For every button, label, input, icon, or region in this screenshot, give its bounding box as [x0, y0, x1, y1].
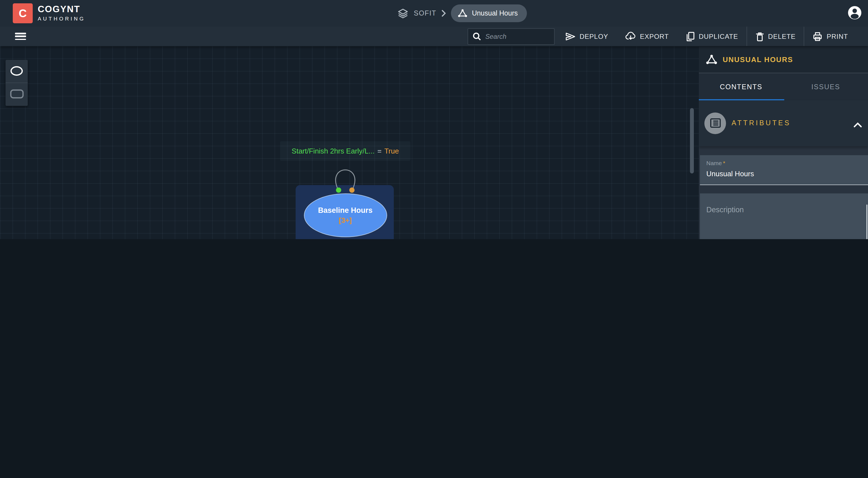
export-label: EXPORT [640, 32, 669, 40]
cogynt-logo-icon[interactable]: C [13, 3, 33, 23]
ellipse-tool[interactable] [5, 60, 28, 82]
tab-contents[interactable]: CONTENTS [699, 74, 783, 100]
name-field[interactable]: Name* Unusual Hours [700, 155, 868, 185]
chevron-up-icon[interactable] [854, 120, 862, 130]
copy-icon [685, 31, 695, 41]
logo-letter: C [19, 7, 27, 20]
sidebar-scrollbar[interactable] [866, 205, 867, 239]
breadcrumb-current: Unusual Hours [472, 9, 518, 17]
printer-icon [813, 31, 823, 41]
attributes-icon [704, 112, 726, 134]
search-box [468, 28, 555, 45]
details-sidebar: UNUSUAL HOURS CONTENTS ISSUES ATTRIBUTES… [699, 46, 868, 239]
toolbar-actions: DEPLOY EXPORT DUPLICATE [557, 27, 856, 46]
brand-name: COGYNT [38, 4, 85, 14]
cloud-download-icon [625, 32, 636, 41]
event-node-title: Baseline Hours [318, 206, 373, 214]
print-button[interactable]: PRINT [804, 27, 856, 46]
attributes-section-label: ATTRIBUTES [732, 120, 791, 127]
duplicate-label: DUPLICATE [699, 32, 738, 40]
user-avatar[interactable] [847, 5, 862, 22]
app-window: C COGYNT AUTHORING SOFIT [0, 0, 868, 239]
event-node-badge: [3+] [339, 216, 352, 224]
top-bar: C COGYNT AUTHORING SOFIT [0, 0, 868, 27]
chevron-right-icon [441, 10, 446, 16]
description-placeholder: Description [706, 194, 868, 214]
breadcrumb-parent[interactable]: SOFIT [414, 9, 436, 17]
delete-label: DELETE [768, 32, 796, 40]
model-canvas[interactable]: Start/Finish 2hrs Early/L... = True Base… [0, 46, 699, 239]
breadcrumb-current-pill[interactable]: Unusual Hours [451, 4, 527, 22]
sidebar-tabs: CONTENTS ISSUES [699, 74, 868, 100]
trash-icon [755, 31, 764, 41]
edge-condition-label[interactable]: Start/Finish 2hrs Early/L... = True [280, 141, 410, 161]
edge-value: True [384, 146, 399, 155]
tab-issues[interactable]: ISSUES [783, 74, 868, 100]
rectangle-tool[interactable] [5, 82, 28, 105]
entity-header: UNUSUAL HOURS [699, 46, 868, 73]
brand-subtitle: AUTHORING [38, 15, 85, 22]
shape-palette [5, 60, 28, 106]
edge-condition-text: Start/Finish 2hrs Early/L... [292, 146, 375, 155]
layers-icon [397, 7, 409, 19]
export-button[interactable]: EXPORT [617, 27, 677, 46]
deploy-button[interactable]: DEPLOY [557, 27, 617, 46]
canvas-toolbar: DEPLOY EXPORT DUPLICATE [0, 27, 868, 46]
breadcrumb: SOFIT Unusual Hours [397, 0, 527, 27]
send-icon [565, 31, 576, 41]
delete-button[interactable]: DELETE [747, 27, 804, 46]
required-asterisk: * [723, 159, 725, 166]
pattern-node-icon [458, 9, 468, 18]
print-label: PRINT [827, 32, 848, 40]
duplicate-button[interactable]: DUPLICATE [677, 27, 747, 46]
edge-operator: = [377, 146, 381, 155]
name-field-label: Name* [706, 155, 868, 166]
description-field[interactable]: Description [700, 194, 868, 239]
menu-icon[interactable] [15, 31, 26, 41]
search-icon [472, 32, 482, 41]
deploy-label: DEPLOY [580, 32, 608, 40]
baseline-hours-node[interactable]: Baseline Hours [3+] [304, 193, 387, 237]
canvas-vertical-scrollbar[interactable] [690, 108, 694, 173]
entity-title: UNUSUAL HOURS [723, 55, 793, 64]
search-input[interactable] [485, 32, 550, 40]
name-field-value: Unusual Hours [706, 166, 868, 178]
pattern-node-icon [706, 54, 718, 65]
attributes-section-header[interactable]: ATTRIBUTES [699, 100, 868, 146]
brand-block: COGYNT AUTHORING [38, 4, 85, 22]
